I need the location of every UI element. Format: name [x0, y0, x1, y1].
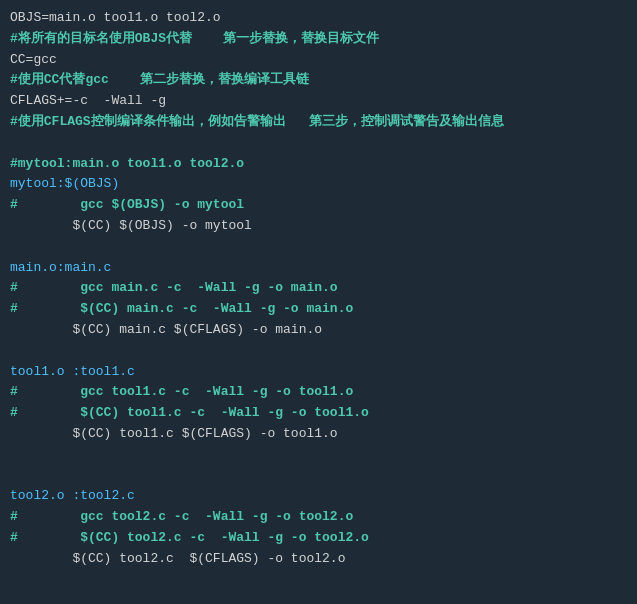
line-6: #使用CFLAGS控制编译条件输出，例如告警输出 第三步，控制调试警告及输出信息: [10, 112, 627, 133]
line-18: tool1.o :tool1.c: [10, 362, 627, 383]
line-16: $(CC) main.c $(CFLAGS) -o main.o: [10, 320, 627, 341]
line-11: $(CC) $(OBJS) -o mytool: [10, 216, 627, 237]
line-27: $(CC) tool2.c $(CFLAGS) -o tool2.o: [10, 549, 627, 570]
line-blank-5: [10, 466, 627, 487]
line-5: CFLAGS+=-c -Wall -g: [10, 91, 627, 112]
line-blank-7: [10, 590, 627, 604]
line-19: # gcc tool1.c -c -Wall -g -o tool1.o: [10, 382, 627, 403]
line-25: # gcc tool2.c -c -Wall -g -o tool2.o: [10, 507, 627, 528]
line-24: tool2.o :tool2.c: [10, 486, 627, 507]
line-blank-2: [10, 237, 627, 258]
line-26: # $(CC) tool2.c -c -Wall -g -o tool2.o: [10, 528, 627, 549]
line-21: $(CC) tool1.c $(CFLAGS) -o tool1.o: [10, 424, 627, 445]
line-13: main.o:main.c: [10, 258, 627, 279]
line-8: #mytool:main.o tool1.o tool2.o: [10, 154, 627, 175]
line-3: CC=gcc: [10, 50, 627, 71]
line-blank-3: [10, 341, 627, 362]
line-2: #将所有的目标名使用OBJS代替 第一步替换，替换目标文件: [10, 29, 627, 50]
line-10: # gcc $(OBJS) -o mytool: [10, 195, 627, 216]
line-14: # gcc main.c -c -Wall -g -o main.o: [10, 278, 627, 299]
line-4: #使用CC代替gcc 第二步替换，替换编译工具链: [10, 70, 627, 91]
line-blank-6: [10, 570, 627, 591]
line-20: # $(CC) tool1.c -c -Wall -g -o tool1.o: [10, 403, 627, 424]
code-editor: OBJS=main.o tool1.o tool2.o #将所有的目标名使用OB…: [0, 0, 637, 604]
line-blank-4: [10, 445, 627, 466]
line-15: # $(CC) main.c -c -Wall -g -o main.o: [10, 299, 627, 320]
line-1: OBJS=main.o tool1.o tool2.o: [10, 8, 627, 29]
line-blank-1: [10, 133, 627, 154]
line-9: mytool:$(OBJS): [10, 174, 627, 195]
